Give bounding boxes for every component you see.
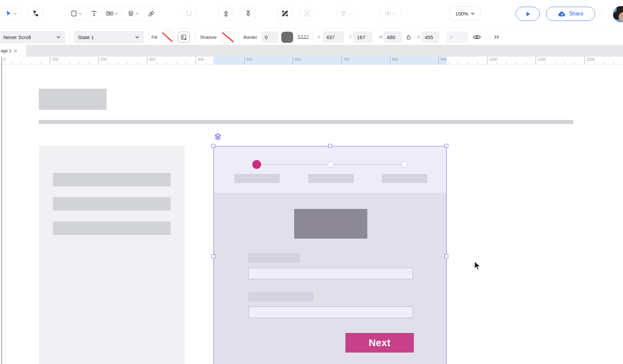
selection-handle-top-left[interactable] [211, 144, 215, 148]
ruler-label: 100 [52, 57, 58, 61]
step-label-placeholder[interactable] [308, 174, 354, 183]
divider-placeholder-shape[interactable] [39, 120, 573, 124]
trigger-tool-button[interactable] [28, 6, 43, 21]
ungroup-icon [304, 10, 311, 17]
text-input-placeholder[interactable] [248, 268, 413, 279]
text-placeholder-bar[interactable] [53, 173, 171, 186]
logo-placeholder-shape[interactable] [39, 89, 107, 110]
zoom-level-select[interactable]: 100% [450, 6, 480, 21]
ruler-label: 500 [246, 57, 252, 61]
tab-page-1[interactable]: age 1 [0, 45, 26, 57]
select-cursor-icon [5, 10, 12, 17]
chevron-down-icon [57, 36, 60, 38]
selection-handle-middle-left[interactable] [211, 254, 215, 258]
step-label-placeholder[interactable] [234, 174, 280, 183]
ruler-label: 700 [343, 57, 349, 61]
layers-tool-button[interactable] [122, 6, 144, 21]
text-input-placeholder[interactable] [248, 306, 413, 318]
lock-open-icon [406, 34, 412, 40]
chevron-down-icon[interactable] [13, 12, 17, 15]
border-width-field[interactable]: 0 [261, 31, 279, 43]
step-label-placeholder[interactable] [382, 174, 427, 183]
chevron-down-icon [393, 12, 396, 15]
send-backward-button[interactable] [241, 6, 256, 21]
bring-forward-button[interactable] [219, 6, 233, 21]
input-tool-button[interactable] [102, 6, 122, 21]
component-layers-badge-icon[interactable] [214, 133, 222, 141]
shadow-none-swatch[interactable] [221, 32, 234, 43]
text-placeholder-bar[interactable] [53, 197, 171, 211]
share-button[interactable]: Share [546, 7, 595, 21]
user-avatar[interactable] [613, 6, 623, 22]
ruler-label: 1100 [538, 57, 546, 61]
preview-play-button[interactable] [516, 7, 540, 21]
ruler-label: 300 [149, 57, 155, 61]
shape-tool-group [65, 6, 159, 21]
select-tool-button[interactable] [1, 6, 21, 21]
ruler-label: 800 [392, 57, 398, 61]
selection-handle-middle-right[interactable] [445, 254, 448, 258]
border-style-button[interactable] [297, 29, 310, 45]
eye-icon [473, 34, 481, 40]
ruler-label: 1200 [586, 57, 594, 61]
top-toolbar: 100% Share [0, 0, 623, 29]
rectangle-icon [70, 10, 77, 17]
tab-label: age 1 [1, 49, 11, 53]
shadow-label: Shadow [200, 29, 217, 45]
input-icon [106, 10, 113, 17]
field-label-placeholder[interactable] [248, 253, 300, 263]
visibility-toggle[interactable] [473, 29, 481, 45]
fill-none-swatch[interactable] [162, 32, 173, 43]
more-properties-button[interactable] [493, 29, 500, 45]
field-label-placeholder[interactable] [248, 292, 313, 302]
image-add-icon [180, 34, 187, 41]
layers-icon [128, 10, 134, 17]
scroll-mode-dropdown[interactable]: Never Scroll [0, 31, 65, 43]
state-dropdown[interactable]: State 1 [74, 31, 144, 43]
edit-points-button [181, 6, 196, 21]
distribute-dropdown-button [380, 6, 401, 21]
ruler-label: 200 [101, 57, 107, 61]
x-field[interactable]: 437 [323, 31, 344, 43]
pen-icon [148, 10, 155, 17]
bring-forward-icon [223, 10, 229, 17]
fill-label: Fill [151, 29, 157, 45]
selection-handle-top-right[interactable] [445, 144, 448, 148]
stepper-dot[interactable] [401, 161, 408, 168]
text-icon [91, 10, 97, 17]
w-field[interactable]: 480 [384, 31, 402, 43]
trigger-icon [32, 10, 39, 17]
chevron-down-icon[interactable] [136, 12, 139, 15]
align-icon [340, 10, 347, 17]
property-bar: Never Scroll State 1 Fill Shadow Border … [0, 29, 623, 45]
rectangle-tool-button[interactable] [66, 6, 87, 21]
chevron-down-icon[interactable] [79, 12, 82, 15]
next-button[interactable]: Next [345, 333, 414, 353]
chevron-down-icon [135, 36, 139, 38]
image-placeholder-shape[interactable] [294, 209, 367, 239]
chevron-down-icon[interactable] [115, 12, 118, 15]
selection-handle-top-middle[interactable] [328, 144, 332, 148]
fill-image-button[interactable] [178, 32, 190, 43]
divider [195, 32, 195, 42]
close-icon[interactable] [14, 49, 17, 53]
align-dropdown-button [337, 6, 355, 21]
group-button[interactable] [278, 6, 292, 21]
state-value: State 1 [74, 34, 135, 40]
pen-tool-button[interactable] [144, 6, 159, 21]
horizontal-ruler[interactable]: 0 100 200 300 400 500 600 700 800 900 10… [0, 57, 623, 65]
border-color-swatch[interactable] [281, 32, 293, 43]
stepper-dot[interactable] [328, 161, 334, 168]
stepper-dot-active[interactable] [252, 160, 261, 169]
sidebar-placeholder-panel[interactable] [39, 146, 185, 364]
text-placeholder-bar[interactable] [53, 221, 171, 235]
h-field[interactable]: 455 [421, 31, 439, 43]
design-editor-window: { "colors": { "accent-blue": "#2e6bf0", … [0, 0, 623, 364]
text-tool-button[interactable] [87, 6, 102, 21]
selected-form-frame[interactable]: Next [214, 146, 447, 364]
group-icon [282, 10, 288, 17]
send-backward-icon [245, 10, 252, 17]
aspect-lock-button[interactable] [406, 29, 412, 45]
y-field[interactable]: 167 [353, 31, 372, 43]
zoom-level-value: 100% [455, 11, 468, 17]
